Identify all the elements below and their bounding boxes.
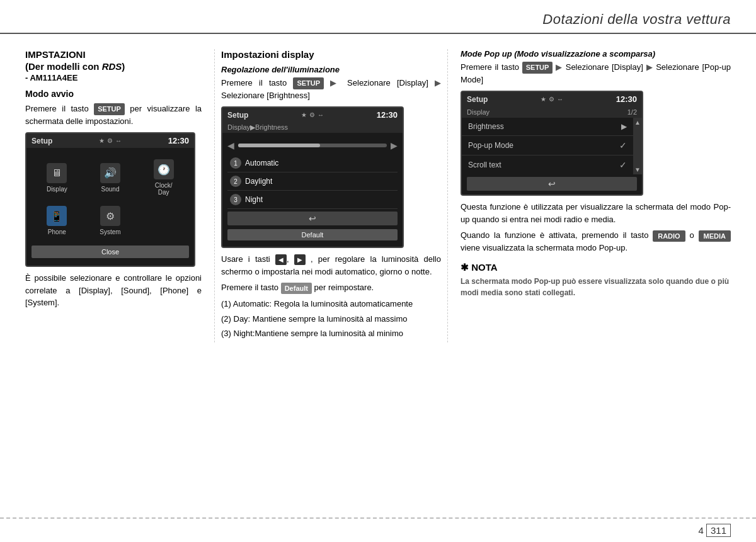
brightness-left-arrow[interactable]: ◀ bbox=[227, 140, 234, 150]
nota-text: La schermata modo Pop-up può essere visu… bbox=[461, 276, 731, 298]
brightness-fill bbox=[238, 144, 320, 147]
right-questa-text: Questa funzione è utilizzata per visuali… bbox=[461, 201, 731, 225]
clock-icon: 🕐 bbox=[154, 159, 174, 179]
menu-label-clock: Clock/Day bbox=[155, 182, 173, 196]
menu-item-system: ⚙ System bbox=[84, 201, 137, 240]
nav-right-btn: ▶ bbox=[294, 254, 306, 265]
menu-item-clock: 🕐 Clock/Day bbox=[137, 154, 190, 201]
page-title: Dotazioni della vostra vettura bbox=[542, 11, 731, 28]
settings-icon: ⚙ bbox=[107, 137, 113, 144]
page-section: 4 311 bbox=[698, 524, 731, 537]
selezionare-display: Selezionare [Display] bbox=[347, 78, 428, 88]
questa-text: Questa funzione è utilizzata per visuali… bbox=[461, 202, 731, 224]
right-arrow-2: ▶ bbox=[646, 62, 653, 72]
arrow-2: ▶ bbox=[435, 78, 441, 88]
breadcrumb-label: Display bbox=[467, 108, 490, 116]
brightness-right-arrow[interactable]: ▶ bbox=[391, 140, 398, 150]
display-icon: 🖥 bbox=[47, 163, 67, 183]
modo-avvio-heading: Modo avvio bbox=[25, 89, 202, 99]
back-bar-right[interactable]: ↩ bbox=[467, 177, 637, 191]
arr-icon-r: ↔ bbox=[557, 96, 563, 103]
bt-icon: ★ bbox=[301, 111, 307, 118]
screen-icons-left: ★ ⚙ ↔ bbox=[99, 137, 122, 144]
mode-item-daylight[interactable]: 2 Daylight bbox=[227, 172, 398, 191]
page-indicator: 1/2 bbox=[627, 108, 637, 116]
arrow-1: ▶ bbox=[330, 78, 341, 88]
left-car-screen: Setup ★ ⚙ ↔ 12:30 🖥 Display 🔊 Sound bbox=[25, 132, 195, 267]
body-text-possibile: È possibile selezionare e controllare le… bbox=[25, 273, 202, 307]
scroll-down-arrow: ▼ bbox=[634, 166, 641, 173]
regolazione-heading: Regolazione dell'illuminazione bbox=[221, 65, 441, 74]
display-item-popup[interactable]: Pop-up Mode ✓ bbox=[462, 136, 633, 155]
body-text-premere: Premere il tasto bbox=[25, 104, 89, 113]
o-text: o bbox=[689, 230, 694, 240]
screen-icons-right: ★ ⚙ ↔ bbox=[541, 96, 563, 103]
right-arrow-1: ▶ bbox=[556, 62, 563, 72]
menu-item-phone: 📱 Phone bbox=[30, 201, 84, 240]
display-screen: Setup ★ ⚙ ↔ 12:30 Display 1/2 Brightness… bbox=[461, 91, 643, 196]
mode-item-night[interactable]: 3 Night bbox=[227, 191, 398, 209]
middle-list: (1) Automatic: Regola la luminosità auto… bbox=[221, 298, 441, 340]
premere-text: Premere il tasto bbox=[221, 78, 287, 88]
brightness-controls: ◀ ▶ 1 Automatic 2 Daylight bbox=[222, 133, 403, 247]
screen-icons-middle: ★ ⚙ ↔ bbox=[301, 111, 324, 118]
popup-label: Pop-up Mode bbox=[468, 141, 513, 150]
brightness-row: ◀ ▶ bbox=[222, 137, 403, 154]
scrollbar[interactable]: ▲ ▼ bbox=[633, 118, 642, 174]
screen-header-right: Setup ★ ⚙ ↔ 12:30 bbox=[462, 92, 642, 106]
display-item-brightness[interactable]: Brightness ▶ bbox=[462, 118, 633, 136]
arrow-icon: ↔ bbox=[115, 137, 122, 144]
brightness-arrow: ▶ bbox=[621, 122, 627, 131]
set-icon-r: ⚙ bbox=[549, 96, 554, 103]
screen-time-left: 12:30 bbox=[168, 136, 189, 145]
list-item-2: (2) Day: Mantiene sempre la luminosità a… bbox=[221, 313, 441, 325]
screen-time-right: 12:30 bbox=[616, 94, 637, 104]
radio-button: RADIO bbox=[653, 230, 685, 242]
setup-btn-middle: SETUP bbox=[293, 77, 324, 89]
screen-header-middle: Setup ★ ⚙ ↔ 12:30 bbox=[222, 108, 403, 122]
menu-label-sound: Sound bbox=[101, 186, 120, 193]
nav-left-btn: ◀ bbox=[275, 254, 287, 265]
page-footer: 4 311 bbox=[0, 517, 756, 542]
selezionare-brightness: Selezionare [Brightness] bbox=[221, 91, 310, 100]
mode-list: 1 Automatic 2 Daylight 3 Night bbox=[222, 154, 403, 209]
sound-icon: 🔊 bbox=[100, 163, 120, 183]
scroll-label: Scroll text bbox=[468, 161, 501, 169]
arr-icon: ↔ bbox=[318, 111, 324, 118]
screen-header-left: Setup ★ ⚙ ↔ 12:30 bbox=[26, 133, 194, 148]
setup-button-inline: SETUP bbox=[94, 103, 125, 115]
premere-label: Premere il tasto bbox=[221, 283, 278, 292]
popup-check: ✓ bbox=[619, 140, 627, 150]
impostazioni-display-heading: Impostazioni display bbox=[221, 49, 441, 60]
menu-item-sound: 🔊 Sound bbox=[84, 154, 137, 201]
reimpostare-text: per reimpostare. bbox=[314, 283, 374, 292]
mode-label-automatic: Automatic bbox=[245, 159, 278, 167]
default-bar-middle[interactable]: Default bbox=[227, 229, 398, 240]
brightness-bar bbox=[238, 144, 387, 147]
screen-menu: 🖥 Display 🔊 Sound 🕐 Clock/Day 📱 Phone bbox=[26, 148, 194, 266]
display-list: Brightness ▶ Pop-up Mode ✓ Scroll text ✓ bbox=[462, 118, 633, 174]
default-inline-btn: Default bbox=[281, 283, 312, 295]
display-breadcrumb: Display 1/2 bbox=[462, 106, 642, 118]
bt-icon-r: ★ bbox=[541, 96, 546, 103]
mode-num-2: 2 bbox=[230, 176, 241, 187]
section-title: IMPSTAZIONI bbox=[25, 49, 202, 60]
right-premere-text: Premere il tasto bbox=[461, 62, 519, 72]
brightness-breadcrumb: Display▶Brightness bbox=[222, 122, 403, 133]
mode-num-3: 3 bbox=[230, 194, 241, 205]
middle-body-text-1: Premere il tasto SETUP ▶ Selezionare [Di… bbox=[221, 77, 441, 101]
right-column: Mode Pop up (Modo visualizzazione a scom… bbox=[447, 49, 731, 342]
close-bar[interactable]: Close bbox=[32, 246, 189, 258]
back-bar-middle[interactable]: ↩ bbox=[227, 212, 398, 225]
close-label: Close bbox=[101, 248, 119, 256]
mode-item-automatic[interactable]: 1 Automatic bbox=[227, 154, 398, 172]
right-quando-text: Quando la funzione è attivata, premendo … bbox=[461, 229, 731, 254]
menu-label-phone: Phone bbox=[48, 229, 66, 235]
display-item-scroll[interactable]: Scroll text ✓ bbox=[462, 155, 633, 174]
screen-time-middle: 12:30 bbox=[377, 110, 398, 120]
scroll-check: ✓ bbox=[619, 160, 627, 170]
mode-label-daylight: Daylight bbox=[245, 177, 272, 186]
default-label: Default bbox=[302, 231, 324, 239]
viene-text: viene visualizzata la schermata modo Pop… bbox=[461, 243, 627, 252]
brightness-screen: Setup ★ ⚙ ↔ 12:30 Display▶Brightness ◀ ▶ bbox=[221, 106, 404, 248]
